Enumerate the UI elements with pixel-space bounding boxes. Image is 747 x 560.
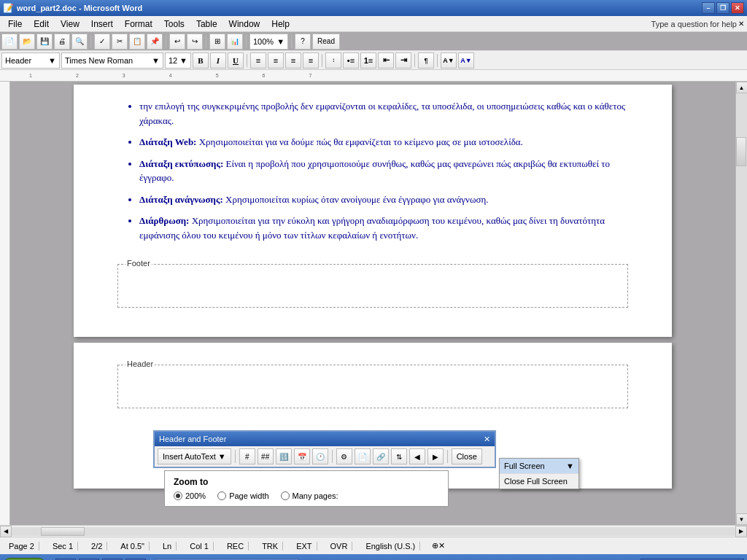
show-hide-button[interactable]: ¶: [418, 52, 434, 69]
minimize-button[interactable]: –: [702, 2, 715, 14]
insert-table-button[interactable]: ⊞: [209, 34, 225, 50]
menu-view[interactable]: View: [55, 17, 85, 31]
zoom-option-200[interactable]: 200%: [174, 491, 206, 500]
insert-autotext-label: Insert AutoText: [163, 452, 216, 461]
cut-button[interactable]: ✂: [112, 34, 128, 50]
hf-format-page-num-button[interactable]: 🔢: [276, 448, 292, 464]
scroll-down-arrow[interactable]: ▼: [736, 513, 748, 525]
hf-show-hide-button[interactable]: 📄: [355, 448, 371, 464]
menu-format[interactable]: Format: [120, 17, 158, 31]
hf-close-button[interactable]: Close: [452, 448, 482, 464]
close-button[interactable]: ✕: [731, 2, 744, 14]
style-arrow: ▼: [48, 56, 56, 65]
menu-help[interactable]: Help: [266, 17, 295, 31]
new-button[interactable]: 📄: [1, 34, 18, 50]
align-left-button[interactable]: ≡: [250, 52, 266, 69]
h-scroll-thumb[interactable]: [41, 527, 85, 536]
hf-insert-pages-button[interactable]: ##: [258, 448, 274, 464]
right-scrollbar: ▲ ▼: [735, 82, 747, 525]
read-button[interactable]: Read: [312, 34, 340, 50]
app-icon: 📝: [3, 3, 14, 13]
toolbar-row-1: 📄 📂 💾 🖨 🔍 ✓ ✂ 📋 📌 ↩ ↪ ⊞ 📊 100% ▼ ? Read: [0, 32, 747, 51]
align-right-button[interactable]: ≡: [285, 52, 301, 69]
track-changes-icon: ⊕✕: [432, 541, 445, 551]
hf-next-button[interactable]: ▶: [427, 448, 444, 464]
numbered-list-button[interactable]: 1≡: [360, 52, 376, 69]
help-icon-button[interactable]: ?: [295, 34, 311, 50]
scroll-track[interactable]: [736, 93, 747, 513]
hf-switch-button[interactable]: ⇅: [391, 448, 407, 464]
page-1-content: την επιλογή της συγκεκριμένης προβολής δ…: [117, 99, 628, 242]
zoom-radio-200[interactable]: [174, 491, 182, 500]
h-scroll-track[interactable]: [12, 527, 735, 536]
hf-prev-button[interactable]: ◀: [409, 448, 425, 464]
hf-close-icon[interactable]: ✕: [484, 435, 490, 444]
line-spacing-button[interactable]: ↕: [325, 52, 341, 69]
scroll-thumb[interactable]: [736, 137, 746, 166]
zoom-option-page-width[interactable]: Page width: [217, 491, 268, 500]
zoom-title: Zoom to: [174, 477, 439, 487]
hf-link-previous-button[interactable]: 🔗: [373, 448, 389, 464]
help-text-box[interactable]: Type a question for help: [651, 20, 737, 28]
copy-button[interactable]: 📋: [129, 34, 145, 50]
zoom-dropdown[interactable]: 100% ▼: [249, 34, 288, 50]
scroll-right-arrow[interactable]: ▶: [735, 526, 747, 537]
list-item: Διάταξη ανάγνωσης: Χρησιμοποιείται κυρίω…: [139, 192, 628, 207]
zoom-radio-many-pages[interactable]: [281, 491, 290, 500]
menu-file[interactable]: File: [3, 17, 27, 31]
font-size-dropdown[interactable]: 12 ▼: [165, 52, 191, 69]
scroll-up-arrow[interactable]: ▲: [736, 82, 748, 93]
redo-button[interactable]: ↪: [187, 34, 203, 50]
paste-button[interactable]: 📌: [147, 34, 163, 50]
style-dropdown[interactable]: Header ▼: [1, 52, 60, 69]
sep4: [246, 35, 247, 48]
print-button[interactable]: 🖨: [54, 34, 70, 50]
underline-button[interactable]: U: [228, 52, 244, 69]
insert-autotext-button[interactable]: Insert AutoText ▼: [158, 448, 231, 464]
list-item: την επιλογή της συγκεκριμένης προβολής δ…: [139, 99, 628, 128]
spell-check-button[interactable]: ✓: [94, 34, 110, 50]
hf-insert-time-button[interactable]: 🕐: [312, 448, 328, 464]
list-item-bold: Διάταξη ανάγνωσης:: [139, 194, 223, 205]
increase-indent-button[interactable]: ⇥: [395, 52, 411, 69]
menu-tools[interactable]: Tools: [159, 17, 190, 31]
hf-close-label: Close: [457, 452, 477, 461]
close-help-icon[interactable]: ✕: [738, 20, 744, 28]
list-item-bold: Διάταξη εκτύπωσης:: [139, 158, 223, 169]
hf-insert-date-button[interactable]: 📅: [294, 448, 310, 464]
restore-button[interactable]: ❐: [716, 2, 729, 14]
status-ovr: OVR: [326, 542, 353, 551]
hf-insert-page-num-button[interactable]: #: [239, 448, 255, 464]
status-rec: REC: [222, 542, 249, 551]
list-item: Διάταξη εκτύπωσης: Είναι η προβολή που χ…: [139, 157, 628, 185]
menu-window[interactable]: Window: [224, 17, 266, 31]
highlight-button[interactable]: A▼: [441, 52, 457, 69]
decrease-indent-button[interactable]: ⇤: [378, 52, 394, 69]
zoom-radio-page-width[interactable]: [217, 491, 226, 500]
scroll-left-arrow[interactable]: ◀: [0, 526, 12, 537]
list-item: Διάταξη Web: Χρησιμοποιείται για να δούμ…: [139, 135, 628, 149]
align-justify-button[interactable]: ≡: [303, 52, 319, 69]
menu-table[interactable]: Table: [191, 17, 222, 31]
bullet-list-button[interactable]: •≡: [343, 52, 359, 69]
hf-page-setup-button[interactable]: ⚙: [336, 448, 352, 464]
sep3: [206, 35, 206, 48]
full-screen-button[interactable]: Full Screen ▼: [500, 459, 578, 474]
insert-chart-button[interactable]: 📊: [227, 34, 243, 50]
menu-insert[interactable]: Insert: [86, 17, 118, 31]
align-center-button[interactable]: ≡: [268, 52, 284, 69]
header-area[interactable]: Header: [117, 365, 628, 408]
open-button[interactable]: 📂: [19, 34, 35, 50]
font-dropdown[interactable]: Times New Roman ▼: [61, 52, 163, 69]
bold-button[interactable]: B: [193, 52, 209, 69]
menu-edit[interactable]: Edit: [28, 17, 54, 31]
italic-button[interactable]: I: [210, 52, 226, 69]
preview-button[interactable]: 🔍: [71, 34, 88, 50]
zoom-option-many-pages[interactable]: Many pages:: [281, 491, 338, 500]
close-full-screen-button[interactable]: Close Full Screen: [500, 474, 578, 489]
font-color-button[interactable]: A▼: [458, 52, 474, 69]
save-button[interactable]: 💾: [36, 34, 53, 50]
list-item-text: την επιλογή της συγκεκριμένης προβολής δ…: [139, 101, 625, 126]
undo-button[interactable]: ↩: [169, 34, 185, 50]
footer-area[interactable]: Footer: [117, 264, 628, 308]
